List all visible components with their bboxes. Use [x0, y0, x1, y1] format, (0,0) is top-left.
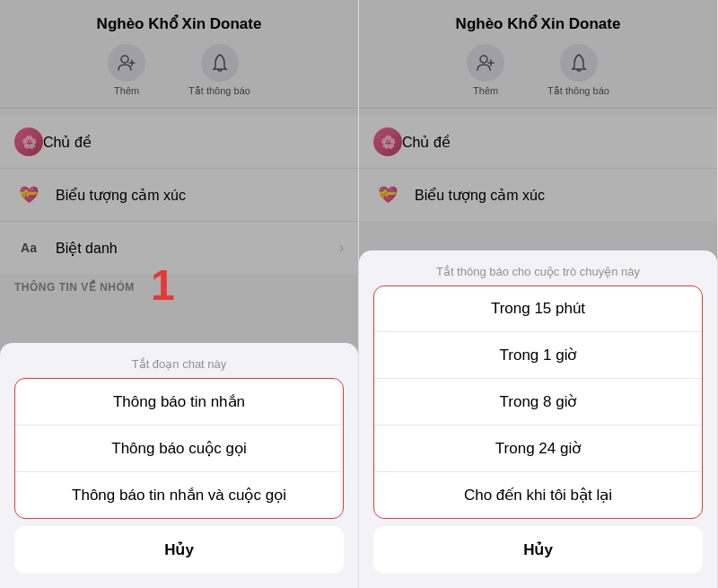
panel2-option-15min[interactable]: Trong 15 phút	[374, 286, 702, 332]
panel-2: Nghèo Khổ Xin Donate Thêm	[359, 0, 718, 588]
panel-1: Nghèo Khổ Xin Donate Thêm	[0, 0, 359, 588]
panel2-option-1hr[interactable]: Trong 1 giờ	[374, 332, 702, 379]
panel1-cancel-btn[interactable]: Hủy	[14, 526, 344, 574]
panel2-modal-sheet: Tắt thông báo cho cuộc trò chuyện này Tr…	[359, 250, 717, 588]
panel2-modal-options: Trong 15 phút Trong 1 giờ Trong 8 giờ Tr…	[373, 285, 703, 519]
panel2-modal-overlay: Tắt thông báo cho cuộc trò chuyện này Tr…	[359, 0, 717, 588]
panel1-option-messages[interactable]: Thông báo tin nhắn	[15, 379, 343, 426]
panel2-option-24hr[interactable]: Trong 24 giờ	[374, 426, 702, 472]
panel1-modal-overlay: Tắt đoạn chat này Thông báo tin nhắn Thô…	[0, 0, 358, 588]
panel1-modal-options: Thông báo tin nhắn Thông báo cuộc gọi Th…	[14, 378, 344, 519]
panel1-modal-title: Tắt đoạn chat này	[0, 343, 358, 378]
panel2-option-until[interactable]: Cho đến khi tôi bật lại	[374, 472, 702, 518]
panel1-modal-sheet: Tắt đoạn chat này Thông báo tin nhắn Thô…	[0, 343, 358, 588]
panel1-option-calls[interactable]: Thông báo cuộc gọi	[15, 426, 343, 472]
panel2-modal-title: Tắt thông báo cho cuộc trò chuyện này	[359, 250, 717, 285]
panel2-cancel-btn[interactable]: Hủy	[373, 526, 703, 574]
panel1-option-both[interactable]: Thông báo tin nhắn và cuộc gọi	[15, 472, 343, 518]
panel2-option-8hr[interactable]: Trong 8 giờ	[374, 379, 702, 426]
